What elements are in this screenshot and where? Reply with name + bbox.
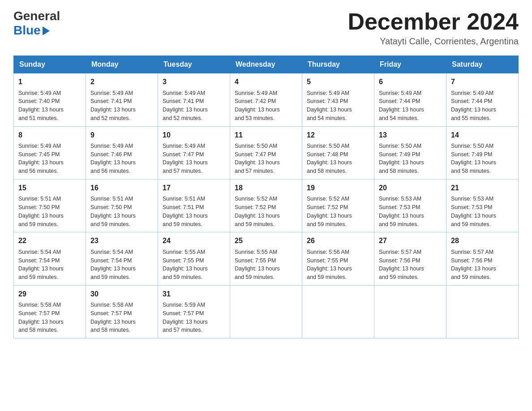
day-info: Sunrise: 5:52 AMSunset: 7:52 PMDaylight:… xyxy=(235,195,297,228)
day-number: 28 xyxy=(451,236,514,246)
calendar-day-cell: 6Sunrise: 5:49 AMSunset: 7:44 PMDaylight… xyxy=(374,73,446,126)
calendar-day-cell: 19Sunrise: 5:52 AMSunset: 7:52 PMDayligh… xyxy=(302,179,374,232)
calendar-day-cell: 26Sunrise: 5:56 AMSunset: 7:55 PMDayligh… xyxy=(302,232,374,285)
day-number: 17 xyxy=(163,183,225,193)
logo-blue-text: Blue xyxy=(13,23,41,38)
day-info: Sunrise: 5:52 AMSunset: 7:52 PMDaylight:… xyxy=(307,195,369,228)
day-number: 22 xyxy=(18,236,81,246)
calendar-day-cell: 21Sunrise: 5:53 AMSunset: 7:53 PMDayligh… xyxy=(446,179,519,232)
calendar-day-cell: 24Sunrise: 5:55 AMSunset: 7:55 PMDayligh… xyxy=(158,232,230,285)
day-info: Sunrise: 5:51 AMSunset: 7:50 PMDaylight:… xyxy=(18,195,81,228)
day-info: Sunrise: 5:54 AMSunset: 7:54 PMDaylight:… xyxy=(18,248,81,282)
day-info: Sunrise: 5:54 AMSunset: 7:54 PMDaylight:… xyxy=(90,248,153,282)
day-info: Sunrise: 5:53 AMSunset: 7:53 PMDaylight:… xyxy=(379,195,442,228)
day-info: Sunrise: 5:49 AMSunset: 7:43 PMDaylight:… xyxy=(307,89,369,123)
calendar-day-cell: 1Sunrise: 5:49 AMSunset: 7:40 PMDaylight… xyxy=(14,73,86,126)
day-number: 11 xyxy=(235,130,297,140)
page-header: General Blue December 2024 Yatayti Calle… xyxy=(13,9,519,47)
logo-blue-row: Blue xyxy=(13,23,50,38)
day-info: Sunrise: 5:55 AMSunset: 7:55 PMDaylight:… xyxy=(163,248,225,282)
day-number: 12 xyxy=(307,130,369,140)
header-monday: Monday xyxy=(86,56,158,73)
day-info: Sunrise: 5:58 AMSunset: 7:57 PMDaylight:… xyxy=(18,301,81,334)
day-info: Sunrise: 5:49 AMSunset: 7:44 PMDaylight:… xyxy=(379,89,442,123)
header-thursday: Thursday xyxy=(302,56,374,73)
calendar-day-cell: 2Sunrise: 5:49 AMSunset: 7:41 PMDaylight… xyxy=(86,73,158,126)
day-info: Sunrise: 5:49 AMSunset: 7:44 PMDaylight:… xyxy=(451,89,514,123)
day-number: 7 xyxy=(451,77,514,87)
day-number: 16 xyxy=(90,183,153,193)
calendar-day-cell: 15Sunrise: 5:51 AMSunset: 7:50 PMDayligh… xyxy=(14,179,86,232)
day-info: Sunrise: 5:51 AMSunset: 7:51 PMDaylight:… xyxy=(163,195,225,228)
calendar-day-cell: 22Sunrise: 5:54 AMSunset: 7:54 PMDayligh… xyxy=(14,232,86,285)
day-info: Sunrise: 5:58 AMSunset: 7:57 PMDaylight:… xyxy=(90,301,153,334)
calendar-header-row: Sunday Monday Tuesday Wednesday Thursday… xyxy=(14,56,519,73)
day-number: 1 xyxy=(18,77,81,87)
day-number: 31 xyxy=(163,289,225,299)
day-number: 15 xyxy=(18,183,81,193)
day-number: 3 xyxy=(163,77,225,87)
day-info: Sunrise: 5:51 AMSunset: 7:50 PMDaylight:… xyxy=(90,195,153,228)
day-number: 2 xyxy=(90,77,153,87)
day-info: Sunrise: 5:49 AMSunset: 7:40 PMDaylight:… xyxy=(18,89,81,123)
day-number: 27 xyxy=(379,236,442,246)
calendar-day-cell: 29Sunrise: 5:58 AMSunset: 7:57 PMDayligh… xyxy=(14,285,86,338)
day-number: 30 xyxy=(90,289,153,299)
day-info: Sunrise: 5:59 AMSunset: 7:57 PMDaylight:… xyxy=(163,301,225,334)
day-info: Sunrise: 5:50 AMSunset: 7:49 PMDaylight:… xyxy=(451,142,514,176)
calendar-day-cell: 8Sunrise: 5:49 AMSunset: 7:45 PMDaylight… xyxy=(14,126,86,179)
day-info: Sunrise: 5:50 AMSunset: 7:49 PMDaylight:… xyxy=(379,142,442,176)
location-subtitle: Yatayti Calle, Corrientes, Argentina xyxy=(348,36,519,47)
header-tuesday: Tuesday xyxy=(158,56,230,73)
day-info: Sunrise: 5:57 AMSunset: 7:56 PMDaylight:… xyxy=(379,248,442,282)
day-number: 23 xyxy=(90,236,153,246)
calendar-day-cell: 7Sunrise: 5:49 AMSunset: 7:44 PMDaylight… xyxy=(446,73,519,126)
day-info: Sunrise: 5:55 AMSunset: 7:55 PMDaylight:… xyxy=(235,248,297,282)
calendar-day-cell: 10Sunrise: 5:49 AMSunset: 7:47 PMDayligh… xyxy=(158,126,230,179)
calendar-week-4: 22Sunrise: 5:54 AMSunset: 7:54 PMDayligh… xyxy=(14,232,519,285)
day-number: 25 xyxy=(235,236,297,246)
day-number: 20 xyxy=(379,183,442,193)
day-info: Sunrise: 5:49 AMSunset: 7:42 PMDaylight:… xyxy=(235,89,297,123)
day-number: 26 xyxy=(307,236,369,246)
calendar-week-1: 1Sunrise: 5:49 AMSunset: 7:40 PMDaylight… xyxy=(14,73,519,126)
calendar-day-cell: 18Sunrise: 5:52 AMSunset: 7:52 PMDayligh… xyxy=(230,179,302,232)
calendar-table: Sunday Monday Tuesday Wednesday Thursday… xyxy=(13,56,519,338)
month-title: December 2024 xyxy=(348,9,519,34)
calendar-day-cell: 25Sunrise: 5:55 AMSunset: 7:55 PMDayligh… xyxy=(230,232,302,285)
calendar-day-cell: 30Sunrise: 5:58 AMSunset: 7:57 PMDayligh… xyxy=(86,285,158,338)
calendar-day-cell: 11Sunrise: 5:50 AMSunset: 7:47 PMDayligh… xyxy=(230,126,302,179)
day-info: Sunrise: 5:49 AMSunset: 7:47 PMDaylight:… xyxy=(163,142,225,176)
day-number: 19 xyxy=(307,183,369,193)
day-info: Sunrise: 5:57 AMSunset: 7:56 PMDaylight:… xyxy=(451,248,514,282)
day-info: Sunrise: 5:49 AMSunset: 7:41 PMDaylight:… xyxy=(90,89,153,123)
day-number: 18 xyxy=(235,183,297,193)
day-number: 13 xyxy=(379,130,442,140)
calendar-day-cell: 27Sunrise: 5:57 AMSunset: 7:56 PMDayligh… xyxy=(374,232,446,285)
calendar-week-2: 8Sunrise: 5:49 AMSunset: 7:45 PMDaylight… xyxy=(14,126,519,179)
calendar-day-cell: 14Sunrise: 5:50 AMSunset: 7:49 PMDayligh… xyxy=(446,126,519,179)
calendar-day-cell: 5Sunrise: 5:49 AMSunset: 7:43 PMDaylight… xyxy=(302,73,374,126)
day-info: Sunrise: 5:49 AMSunset: 7:45 PMDaylight:… xyxy=(18,142,81,176)
day-number: 6 xyxy=(379,77,442,87)
day-number: 4 xyxy=(235,77,297,87)
day-number: 8 xyxy=(18,130,81,140)
calendar-day-cell xyxy=(374,285,446,338)
day-number: 9 xyxy=(90,130,153,140)
calendar-day-cell: 28Sunrise: 5:57 AMSunset: 7:56 PMDayligh… xyxy=(446,232,519,285)
logo: General Blue xyxy=(13,9,60,38)
day-info: Sunrise: 5:50 AMSunset: 7:47 PMDaylight:… xyxy=(235,142,297,176)
calendar-week-3: 15Sunrise: 5:51 AMSunset: 7:50 PMDayligh… xyxy=(14,179,519,232)
header-sunday: Sunday xyxy=(14,56,86,73)
calendar-day-cell: 16Sunrise: 5:51 AMSunset: 7:50 PMDayligh… xyxy=(86,179,158,232)
day-number: 10 xyxy=(163,130,225,140)
day-number: 14 xyxy=(451,130,514,140)
calendar-day-cell: 20Sunrise: 5:53 AMSunset: 7:53 PMDayligh… xyxy=(374,179,446,232)
logo-arrow-icon xyxy=(43,26,50,35)
calendar-day-cell: 17Sunrise: 5:51 AMSunset: 7:51 PMDayligh… xyxy=(158,179,230,232)
day-info: Sunrise: 5:53 AMSunset: 7:53 PMDaylight:… xyxy=(451,195,514,228)
day-info: Sunrise: 5:56 AMSunset: 7:55 PMDaylight:… xyxy=(307,248,369,282)
calendar-day-cell: 4Sunrise: 5:49 AMSunset: 7:42 PMDaylight… xyxy=(230,73,302,126)
day-info: Sunrise: 5:49 AMSunset: 7:46 PMDaylight:… xyxy=(90,142,153,176)
calendar-day-cell: 13Sunrise: 5:50 AMSunset: 7:49 PMDayligh… xyxy=(374,126,446,179)
